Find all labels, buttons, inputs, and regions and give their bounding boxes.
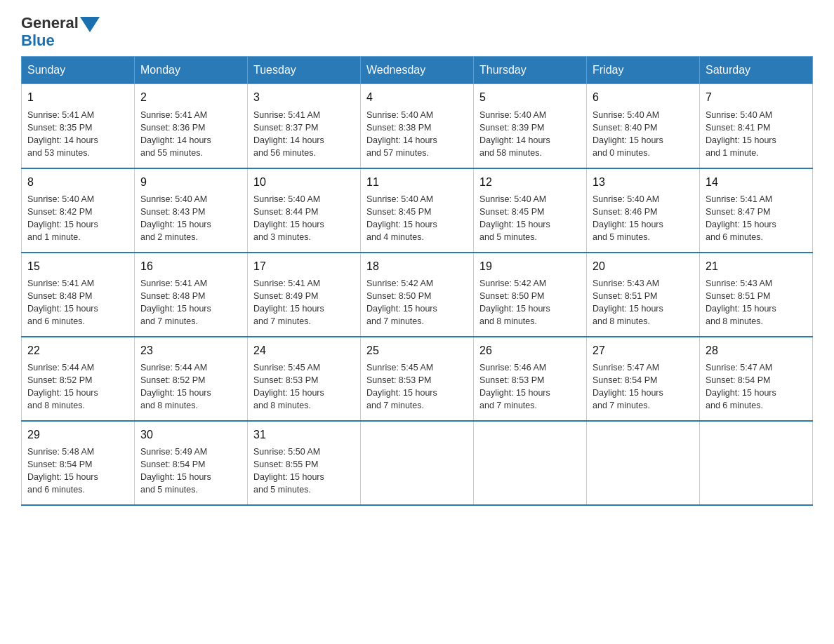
- week-row-2: 8Sunrise: 5:40 AM Sunset: 8:42 PM Daylig…: [22, 168, 813, 253]
- calendar-cell: 28Sunrise: 5:47 AM Sunset: 8:54 PM Dayli…: [700, 337, 813, 421]
- calendar-cell: 5Sunrise: 5:40 AM Sunset: 8:39 PM Daylig…: [474, 84, 587, 168]
- day-number: 18: [366, 259, 468, 274]
- day-info: Sunrise: 5:45 AM Sunset: 8:53 PM Dayligh…: [253, 361, 355, 412]
- calendar-cell: 12Sunrise: 5:40 AM Sunset: 8:45 PM Dayli…: [474, 168, 587, 253]
- calendar-cell: 17Sunrise: 5:41 AM Sunset: 8:49 PM Dayli…: [248, 253, 361, 337]
- day-info: Sunrise: 5:40 AM Sunset: 8:39 PM Dayligh…: [479, 109, 581, 160]
- day-number: 30: [140, 427, 241, 443]
- calendar-table: SundayMondayTuesdayWednesdayThursdayFrid…: [21, 56, 813, 506]
- day-number: 6: [593, 90, 694, 105]
- day-info: Sunrise: 5:42 AM Sunset: 8:50 PM Dayligh…: [479, 277, 581, 328]
- calendar-cell: 16Sunrise: 5:41 AM Sunset: 8:48 PM Dayli…: [135, 253, 248, 337]
- weekday-header-wednesday: Wednesday: [361, 57, 474, 84]
- page-header: General Blue: [21, 14, 813, 49]
- week-row-4: 22Sunrise: 5:44 AM Sunset: 8:52 PM Dayli…: [22, 337, 813, 421]
- day-number: 28: [706, 343, 807, 358]
- day-info: Sunrise: 5:40 AM Sunset: 8:45 PM Dayligh…: [479, 193, 581, 244]
- day-info: Sunrise: 5:41 AM Sunset: 8:35 PM Dayligh…: [27, 109, 128, 160]
- calendar-cell: [700, 421, 813, 505]
- day-number: 27: [593, 343, 694, 358]
- logo-blue-text: Blue: [21, 32, 55, 49]
- week-row-1: 1Sunrise: 5:41 AM Sunset: 8:35 PM Daylig…: [22, 84, 813, 168]
- day-info: Sunrise: 5:40 AM Sunset: 8:44 PM Dayligh…: [253, 193, 355, 244]
- day-info: Sunrise: 5:40 AM Sunset: 8:45 PM Dayligh…: [366, 193, 468, 244]
- calendar-cell: 24Sunrise: 5:45 AM Sunset: 8:53 PM Dayli…: [248, 337, 361, 421]
- weekday-header-sunday: Sunday: [22, 57, 135, 84]
- day-info: Sunrise: 5:41 AM Sunset: 8:36 PM Dayligh…: [140, 109, 241, 160]
- calendar-cell: 2Sunrise: 5:41 AM Sunset: 8:36 PM Daylig…: [135, 84, 248, 168]
- day-number: 26: [479, 343, 581, 358]
- day-number: 9: [140, 175, 241, 190]
- weekday-header-monday: Monday: [135, 57, 248, 84]
- day-info: Sunrise: 5:40 AM Sunset: 8:38 PM Dayligh…: [366, 109, 468, 160]
- day-number: 24: [253, 343, 355, 358]
- calendar-cell: 18Sunrise: 5:42 AM Sunset: 8:50 PM Dayli…: [361, 253, 474, 337]
- day-info: Sunrise: 5:41 AM Sunset: 8:48 PM Dayligh…: [140, 277, 241, 328]
- day-number: 8: [27, 175, 128, 190]
- calendar-cell: 3Sunrise: 5:41 AM Sunset: 8:37 PM Daylig…: [248, 84, 361, 168]
- day-info: Sunrise: 5:43 AM Sunset: 8:51 PM Dayligh…: [706, 277, 807, 328]
- weekday-header-friday: Friday: [587, 57, 700, 84]
- logo: General Blue: [21, 14, 100, 49]
- calendar-cell: 6Sunrise: 5:40 AM Sunset: 8:40 PM Daylig…: [587, 84, 700, 168]
- day-number: 25: [366, 343, 468, 358]
- day-info: Sunrise: 5:44 AM Sunset: 8:52 PM Dayligh…: [140, 361, 241, 412]
- weekday-header-thursday: Thursday: [474, 57, 587, 84]
- day-number: 1: [27, 90, 128, 105]
- day-number: 12: [479, 175, 581, 190]
- day-info: Sunrise: 5:41 AM Sunset: 8:49 PM Dayligh…: [253, 277, 355, 328]
- day-number: 22: [27, 343, 128, 358]
- calendar-cell: [474, 421, 587, 505]
- day-number: 4: [366, 90, 468, 105]
- day-info: Sunrise: 5:41 AM Sunset: 8:48 PM Dayligh…: [27, 277, 128, 328]
- calendar-cell: 23Sunrise: 5:44 AM Sunset: 8:52 PM Dayli…: [135, 337, 248, 421]
- calendar-cell: 31Sunrise: 5:50 AM Sunset: 8:55 PM Dayli…: [248, 421, 361, 505]
- day-info: Sunrise: 5:47 AM Sunset: 8:54 PM Dayligh…: [593, 361, 694, 412]
- calendar-cell: [361, 421, 474, 505]
- calendar-cell: 8Sunrise: 5:40 AM Sunset: 8:42 PM Daylig…: [22, 168, 135, 253]
- day-number: 20: [593, 259, 694, 274]
- day-info: Sunrise: 5:49 AM Sunset: 8:54 PM Dayligh…: [140, 445, 241, 497]
- calendar-cell: 27Sunrise: 5:47 AM Sunset: 8:54 PM Dayli…: [587, 337, 700, 421]
- weekday-header-saturday: Saturday: [700, 57, 813, 84]
- day-info: Sunrise: 5:43 AM Sunset: 8:51 PM Dayligh…: [593, 277, 694, 328]
- day-info: Sunrise: 5:41 AM Sunset: 8:37 PM Dayligh…: [253, 109, 355, 160]
- day-number: 3: [253, 90, 355, 105]
- day-number: 19: [479, 259, 581, 274]
- calendar-cell: 30Sunrise: 5:49 AM Sunset: 8:54 PM Dayli…: [135, 421, 248, 505]
- day-number: 29: [27, 427, 128, 443]
- day-number: 31: [253, 427, 355, 443]
- calendar-cell: 13Sunrise: 5:40 AM Sunset: 8:46 PM Dayli…: [587, 168, 700, 253]
- day-info: Sunrise: 5:40 AM Sunset: 8:40 PM Dayligh…: [593, 109, 694, 160]
- day-number: 7: [706, 90, 807, 105]
- day-info: Sunrise: 5:47 AM Sunset: 8:54 PM Dayligh…: [706, 361, 807, 412]
- day-number: 16: [140, 259, 241, 274]
- logo-triangle-icon: [80, 17, 100, 32]
- day-number: 17: [253, 259, 355, 274]
- logo-general-text: General: [21, 15, 79, 32]
- calendar-cell: 1Sunrise: 5:41 AM Sunset: 8:35 PM Daylig…: [22, 84, 135, 168]
- day-info: Sunrise: 5:46 AM Sunset: 8:53 PM Dayligh…: [479, 361, 581, 412]
- calendar-cell: 26Sunrise: 5:46 AM Sunset: 8:53 PM Dayli…: [474, 337, 587, 421]
- day-number: 15: [27, 259, 128, 274]
- weekday-header-tuesday: Tuesday: [248, 57, 361, 84]
- day-info: Sunrise: 5:40 AM Sunset: 8:42 PM Dayligh…: [27, 193, 128, 244]
- day-info: Sunrise: 5:40 AM Sunset: 8:46 PM Dayligh…: [593, 193, 694, 244]
- day-number: 23: [140, 343, 241, 358]
- day-info: Sunrise: 5:40 AM Sunset: 8:43 PM Dayligh…: [140, 193, 241, 244]
- day-number: 13: [593, 175, 694, 190]
- day-number: 5: [479, 90, 581, 105]
- calendar-cell: 25Sunrise: 5:45 AM Sunset: 8:53 PM Dayli…: [361, 337, 474, 421]
- day-info: Sunrise: 5:40 AM Sunset: 8:41 PM Dayligh…: [706, 109, 807, 160]
- calendar-cell: [587, 421, 700, 505]
- week-row-3: 15Sunrise: 5:41 AM Sunset: 8:48 PM Dayli…: [22, 253, 813, 337]
- calendar-cell: 14Sunrise: 5:41 AM Sunset: 8:47 PM Dayli…: [700, 168, 813, 253]
- calendar-cell: 19Sunrise: 5:42 AM Sunset: 8:50 PM Dayli…: [474, 253, 587, 337]
- day-number: 10: [253, 175, 355, 190]
- day-info: Sunrise: 5:45 AM Sunset: 8:53 PM Dayligh…: [366, 361, 468, 412]
- day-number: 14: [706, 175, 807, 190]
- calendar-cell: 10Sunrise: 5:40 AM Sunset: 8:44 PM Dayli…: [248, 168, 361, 253]
- calendar-cell: 20Sunrise: 5:43 AM Sunset: 8:51 PM Dayli…: [587, 253, 700, 337]
- day-number: 2: [140, 90, 241, 105]
- day-info: Sunrise: 5:42 AM Sunset: 8:50 PM Dayligh…: [366, 277, 468, 328]
